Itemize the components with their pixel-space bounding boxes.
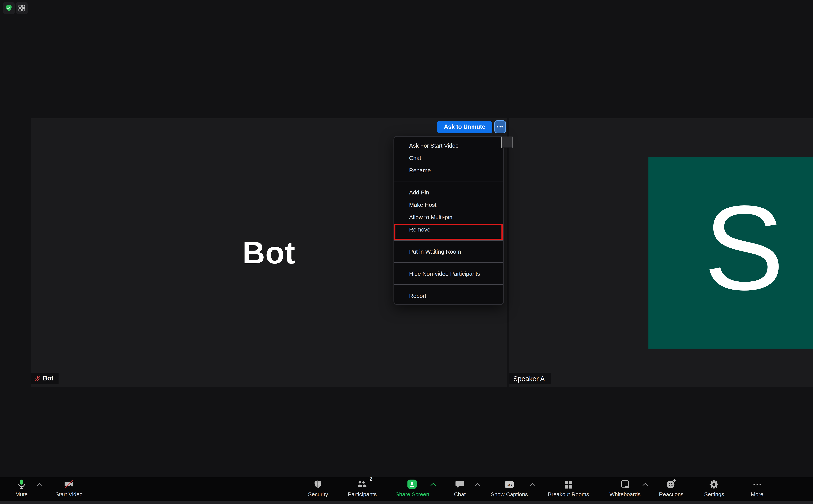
toolbar-whiteboards-button[interactable]: Whiteboards — [610, 479, 641, 497]
menu-item-chat[interactable]: Chat — [394, 152, 503, 164]
toolbar-security-button[interactable]: Security — [308, 479, 328, 497]
toolbar-item-label: Share Screen — [395, 491, 429, 497]
apps-grid-icon — [18, 4, 26, 12]
toolbar-item-label: Settings — [704, 491, 724, 497]
share-screen-options-caret[interactable] — [430, 483, 436, 486]
closed-captions-icon: CC — [504, 479, 515, 490]
participant-more-button[interactable] — [494, 120, 506, 133]
toolbar-item-label: Participants — [348, 491, 377, 497]
toolbar-item-label: Mute — [15, 491, 28, 497]
mute-options-caret[interactable] — [37, 483, 43, 486]
toolbar-reactions-button[interactable]: Reactions — [659, 479, 683, 497]
menu-item-rename[interactable]: Rename — [394, 164, 503, 176]
menu-item-hide-non-video-participants[interactable]: Hide Non-video Participants — [394, 267, 503, 280]
chat-options-caret[interactable] — [474, 483, 480, 486]
whiteboard-icon — [620, 479, 630, 490]
participant-context-menu: Ask For Start Video Chat Rename Add Pin … — [393, 136, 504, 305]
menu-item-put-in-waiting-room[interactable]: Put in Waiting Room — [394, 245, 503, 258]
toolbar-item-label: Show Captions — [491, 491, 528, 497]
toolbar-more-button[interactable]: More — [751, 479, 763, 497]
captions-options-caret[interactable] — [530, 483, 536, 486]
avatar: S — [648, 157, 813, 349]
toolbar-share-screen-button[interactable]: Share Screen — [395, 479, 429, 497]
meeting-info-button[interactable] — [2, 2, 15, 14]
menu-item-add-pin[interactable]: Add Pin — [394, 186, 503, 198]
ellipsis-mini-box[interactable] — [501, 136, 513, 148]
chat-bubble-icon — [455, 479, 465, 490]
menu-divider — [394, 262, 503, 263]
toolbar-start-video-button[interactable]: Start Video — [55, 479, 83, 497]
shield-check-icon — [4, 4, 13, 12]
menu-divider — [394, 240, 503, 241]
mic-muted-icon — [34, 374, 41, 382]
reactions-smiley-icon — [666, 479, 677, 490]
toolbar-item-label: Breakout Rooms — [548, 491, 589, 497]
microphone-icon — [16, 479, 27, 490]
participants-count-badge: 2 — [369, 476, 372, 482]
toolbar-item-label: Security — [308, 491, 328, 497]
menu-item-make-host[interactable]: Make Host — [394, 198, 503, 211]
settings-gear-icon — [709, 479, 719, 490]
menu-item-allow-to-multi-pin[interactable]: Allow to Multi-pin — [394, 211, 503, 223]
ellipsis-icon — [497, 126, 503, 127]
toolbar-show-captions-button[interactable]: CC Show Captions — [491, 479, 528, 497]
avatar-initial: S — [704, 188, 784, 317]
svg-text:CC: CC — [506, 482, 512, 487]
toolbar-item-label: Chat — [454, 491, 466, 497]
participant-name-badge: Speaker A — [509, 373, 551, 384]
toolbar-chat-button[interactable]: Chat — [454, 479, 466, 497]
menu-item-ask-for-start-video[interactable]: Ask For Start Video — [394, 139, 503, 152]
video-tile-speaker-a[interactable]: S Speaker A — [509, 118, 813, 387]
toolbar-breakout-rooms-button[interactable]: Breakout Rooms — [548, 479, 589, 497]
camera-off-icon — [63, 479, 75, 490]
menu-divider — [394, 284, 503, 285]
toolbar-item-label: Reactions — [659, 491, 683, 497]
toolbar-mute-button[interactable]: Mute — [15, 479, 28, 497]
ask-to-unmute-button[interactable]: Ask to Unmute — [437, 121, 492, 133]
toolbar-settings-button[interactable]: Settings — [704, 479, 724, 497]
toolbar-item-label: Start Video — [55, 491, 83, 497]
toolbar-bottom-strip — [0, 501, 813, 504]
zoom-meeting-window: View Bot Bot S Speaker A Ask to Unmute A… — [0, 0, 813, 504]
participant-name-label: Bot — [43, 375, 53, 382]
toolbar-item-label: More — [751, 491, 763, 497]
share-screen-icon — [407, 479, 418, 490]
menu-divider — [394, 181, 503, 181]
more-ellipsis-icon — [752, 479, 762, 490]
toolbar-item-label: Whiteboards — [610, 491, 641, 497]
apps-button[interactable] — [16, 2, 28, 14]
security-shield-icon — [313, 479, 323, 490]
toolbar-participants-button[interactable]: 2 Participants — [348, 479, 377, 497]
ellipsis-icon — [505, 142, 510, 143]
participant-name-label: Speaker A — [513, 374, 545, 382]
remove-highlight-annotation — [394, 223, 502, 240]
menu-item-report[interactable]: Report — [394, 289, 503, 302]
participants-icon: 2 — [356, 479, 368, 490]
breakout-rooms-icon — [563, 479, 574, 490]
participant-name-badge: Bot — [31, 373, 59, 384]
whiteboards-options-caret[interactable] — [642, 483, 648, 486]
